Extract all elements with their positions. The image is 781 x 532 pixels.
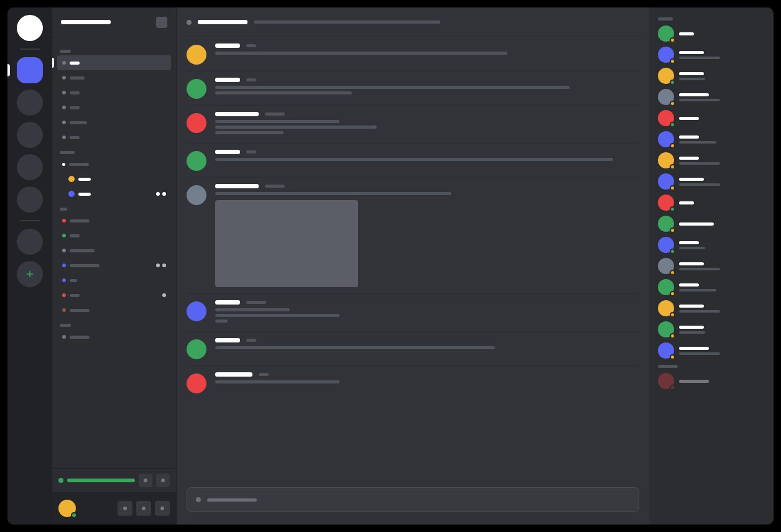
add-server-button[interactable]	[17, 261, 43, 287]
member-meta	[679, 222, 714, 226]
text-channel-row[interactable]	[57, 70, 171, 85]
text-channel-row[interactable]	[57, 258, 171, 273]
member-row[interactable]	[654, 192, 769, 213]
member-row[interactable]	[654, 298, 769, 319]
text-channel-row[interactable]	[57, 85, 171, 100]
message-author[interactable]	[215, 150, 240, 154]
member-row[interactable]	[654, 213, 769, 234]
channel-category-label[interactable]	[60, 324, 171, 327]
message-avatar[interactable]	[187, 151, 206, 171]
text-channel-row[interactable]	[57, 100, 171, 115]
member-row[interactable]	[654, 150, 769, 171]
member-row[interactable]	[654, 319, 769, 340]
message[interactable]	[187, 366, 639, 400]
settings-button[interactable]	[155, 501, 170, 516]
text-channel-row[interactable]	[57, 115, 171, 130]
server-header[interactable]	[52, 7, 176, 37]
message[interactable]	[187, 71, 639, 106]
message-author[interactable]	[215, 112, 259, 116]
attach-icon[interactable]	[196, 497, 201, 502]
member-row[interactable]	[654, 277, 769, 298]
user-avatar[interactable]	[58, 500, 76, 517]
message-author[interactable]	[215, 78, 240, 82]
server-divider	[20, 48, 40, 50]
message[interactable]	[187, 294, 639, 332]
member-status-text	[679, 57, 720, 59]
member-row[interactable]	[654, 86, 769, 108]
member-row[interactable]	[654, 255, 769, 277]
user-controls	[118, 501, 170, 516]
message-avatar[interactable]	[187, 301, 206, 321]
text-channel-row[interactable]	[57, 288, 171, 303]
text-channel-row[interactable]	[57, 273, 171, 288]
message[interactable]	[187, 178, 639, 294]
message[interactable]	[187, 37, 639, 71]
deafen-button[interactable]	[136, 501, 151, 516]
text-channel-row[interactable]	[57, 243, 171, 258]
message-author[interactable]	[215, 44, 240, 48]
attachment[interactable]	[215, 200, 358, 287]
voice-button-a[interactable]	[139, 474, 152, 487]
message-author[interactable]	[215, 184, 259, 188]
member-row[interactable]	[654, 370, 769, 392]
message-avatar[interactable]	[187, 185, 206, 205]
channel-category-label[interactable]	[60, 151, 171, 154]
explore-button[interactable]	[17, 229, 43, 255]
member-name	[679, 241, 699, 244]
message-author[interactable]	[215, 338, 240, 342]
message-avatar[interactable]	[187, 339, 206, 359]
server-dropdown-button[interactable]	[156, 17, 167, 28]
member-row[interactable]	[654, 234, 769, 255]
member-row[interactable]	[654, 44, 769, 65]
channel-category-label[interactable]	[60, 208, 171, 211]
member-row[interactable]	[654, 340, 769, 361]
message-avatar[interactable]	[187, 45, 206, 65]
member-meta	[679, 32, 694, 35]
member-row[interactable]	[654, 171, 769, 192]
server-icon[interactable]	[17, 89, 43, 116]
category-text	[60, 50, 71, 53]
message-avatar[interactable]	[187, 113, 206, 133]
text-channel-row[interactable]	[57, 130, 171, 145]
member-avatar	[658, 68, 674, 84]
text-channel-row[interactable]	[57, 55, 171, 70]
member-row[interactable]	[654, 129, 769, 150]
message-body	[215, 184, 639, 287]
channel-category-label[interactable]	[60, 50, 171, 53]
voice-button-b[interactable]	[156, 474, 170, 487]
channel-icon	[62, 308, 66, 312]
server-icon[interactable]	[17, 186, 43, 213]
text-channel-row[interactable]	[57, 213, 171, 228]
channel-name	[70, 279, 77, 282]
member-row[interactable]	[654, 23, 769, 44]
server-icon[interactable]	[17, 57, 43, 83]
server-icon[interactable]	[17, 154, 43, 180]
member-meta	[679, 305, 720, 313]
message-header	[215, 112, 639, 116]
message[interactable]	[187, 106, 639, 144]
member-row[interactable]	[654, 65, 769, 86]
mute-button[interactable]	[118, 501, 132, 516]
member-meta	[679, 117, 699, 120]
message[interactable]	[187, 332, 639, 366]
message-avatar[interactable]	[187, 374, 206, 393]
server-icon[interactable]	[17, 122, 43, 148]
message[interactable]	[187, 144, 639, 178]
member-row[interactable]	[654, 108, 769, 129]
message-author[interactable]	[215, 300, 240, 305]
message-avatar[interactable]	[187, 79, 206, 99]
text-channel-row[interactable]	[57, 228, 171, 243]
server-list	[17, 57, 43, 213]
message-author[interactable]	[215, 372, 252, 377]
member-group-label	[658, 17, 769, 21]
voice-participant[interactable]	[57, 172, 171, 186]
voice-participant[interactable]	[57, 186, 171, 201]
home-button[interactable]	[17, 15, 43, 41]
status-indicator-icon	[670, 37, 675, 43]
message-body	[215, 338, 639, 359]
text-channel-row[interactable]	[57, 329, 171, 344]
message-input[interactable]	[187, 487, 639, 512]
message-list[interactable]	[177, 37, 649, 487]
voice-channel-row[interactable]	[57, 157, 171, 172]
text-channel-row[interactable]	[57, 303, 171, 318]
